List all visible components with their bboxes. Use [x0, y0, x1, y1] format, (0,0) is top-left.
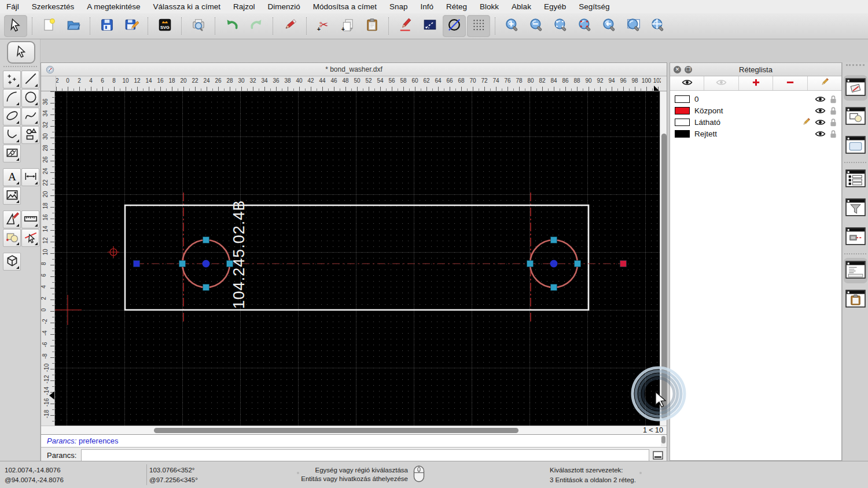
menu-item[interactable]: Infó — [414, 0, 440, 13]
polyline-tool-button[interactable] — [3, 126, 21, 144]
modify-tools-tool-button[interactable] — [3, 210, 21, 228]
vertical-scrollbar-thumb[interactable] — [661, 134, 667, 420]
cut-button[interactable]: +✂ — [312, 15, 335, 37]
open-file-button[interactable] — [62, 15, 85, 37]
points-tool-button[interactable] — [3, 71, 21, 88]
command-history-label: Parancs: — [47, 437, 76, 445]
menu-item[interactable]: Réteg — [440, 0, 473, 13]
menu-item[interactable]: Ablak — [505, 0, 538, 13]
layer-row[interactable]: Rejtett — [670, 128, 841, 139]
menu-item[interactable]: Fájl — [0, 0, 25, 13]
layer-list-dock-button[interactable] — [844, 75, 867, 101]
block-list-dock-button[interactable] — [844, 104, 867, 130]
entity-list-dock-button[interactable] — [844, 167, 867, 192]
menu-item[interactable]: A megtekintése — [80, 0, 146, 13]
command-widget-dock-button[interactable] — [844, 258, 867, 283]
print-preview-button[interactable] — [187, 15, 210, 37]
select-arrow-tool-button[interactable] — [7, 41, 35, 64]
inspector-dock-button[interactable] — [844, 224, 867, 250]
ellipse-tool-button[interactable] — [3, 108, 21, 125]
layer-lock-icon[interactable] — [830, 106, 837, 115]
command-history-scrollbar[interactable] — [661, 435, 666, 446]
copy-button[interactable]: + — [336, 15, 359, 37]
menu-item[interactable]: Módosítsa a címet — [307, 0, 383, 13]
float-panel-icon[interactable]: ❐ — [685, 66, 692, 73]
layer-color-swatch[interactable] — [675, 95, 690, 103]
export-svg-button[interactable]: SVG — [153, 15, 176, 37]
layer-visibility-eye-icon[interactable] — [815, 119, 826, 126]
add-layer-button[interactable] — [739, 76, 773, 90]
show-all-layers-button[interactable] — [670, 76, 704, 90]
menu-item[interactable]: Egyéb — [538, 0, 572, 13]
layer-visibility-eye-icon[interactable] — [815, 107, 826, 114]
command-input[interactable] — [81, 449, 649, 461]
save-button[interactable] — [95, 15, 119, 37]
new-document-button[interactable] — [38, 15, 61, 37]
arc-tool-button[interactable] — [3, 89, 21, 107]
spline-tool-button[interactable] — [21, 108, 39, 125]
image-tool-button[interactable] — [3, 187, 21, 205]
keyboard-toggle-icon[interactable] — [653, 451, 663, 460]
redo-button[interactable] — [245, 15, 268, 37]
hide-all-layers-button[interactable] — [704, 76, 738, 90]
zoom-out-button[interactable] — [525, 15, 548, 37]
block-tools-tool-button[interactable] — [3, 229, 21, 247]
polygon-tools-tool-button[interactable] — [21, 126, 39, 144]
text-tool-button[interactable]: A — [3, 168, 21, 186]
menu-item[interactable]: Szerkesztés — [25, 0, 81, 13]
drawing-canvas[interactable]: 104.245.02.4B — [55, 91, 660, 426]
command-history-scrollbar-thumb[interactable] — [661, 436, 665, 443]
layer-row[interactable]: 0 — [670, 93, 841, 105]
snap-grid-button[interactable] — [467, 15, 490, 37]
menu-item[interactable]: Blokk — [473, 0, 505, 13]
select-window-button[interactable] — [418, 15, 442, 37]
circle-two-points-button[interactable] — [443, 15, 466, 37]
layer-filter-dock-button[interactable] — [844, 195, 867, 221]
layer-lock-icon[interactable] — [830, 130, 837, 138]
menu-item[interactable]: Válassza ki a címet — [147, 0, 227, 13]
layer-lock-icon[interactable] — [830, 118, 837, 127]
layer-color-swatch[interactable] — [675, 119, 690, 126]
zoom-auto-button[interactable] — [549, 15, 572, 37]
layer-color-swatch[interactable] — [675, 130, 690, 138]
horizontal-scrollbar[interactable]: 1 < 10 — [41, 426, 667, 434]
hatch-tool-button[interactable] — [3, 145, 21, 162]
zoom-pan-button[interactable] — [646, 15, 670, 37]
horizontal-scrollbar-thumb[interactable] — [154, 428, 518, 433]
layer-row[interactable]: Központ — [670, 105, 841, 116]
page-indicator: 1 < 10 — [643, 426, 663, 434]
undo-button[interactable] — [220, 15, 244, 37]
edit-attributes-button[interactable] — [394, 15, 417, 37]
solid-tools-tool-button[interactable] — [3, 253, 21, 271]
layer-visibility-eye-icon[interactable] — [815, 95, 826, 103]
close-panel-icon[interactable]: ✕ — [674, 66, 681, 73]
edit-layer-button[interactable] — [808, 76, 841, 90]
clipboard-dock-button[interactable] — [844, 287, 867, 312]
drawing-window-titlebar[interactable]: * bond_washer.dxf — [41, 63, 667, 76]
measure-tool-button[interactable] — [21, 210, 39, 228]
vertical-scrollbar[interactable] — [660, 91, 667, 426]
delete-entities-button[interactable] — [278, 15, 301, 37]
select-pointer-button[interactable] — [4, 15, 27, 37]
layer-color-swatch[interactable] — [675, 107, 690, 114]
paste-button[interactable] — [361, 15, 384, 37]
layer-lock-icon[interactable] — [830, 95, 837, 103]
dimension-tool-button[interactable] — [21, 168, 39, 186]
line-tool-button[interactable] — [21, 71, 39, 88]
zoom-previous-button[interactable] — [598, 15, 621, 37]
layer-row[interactable]: Látható — [670, 116, 841, 128]
zoom-window-button[interactable] — [622, 15, 645, 37]
edit-layer-icon — [820, 77, 829, 89]
deselect-tool-button[interactable] — [21, 229, 39, 247]
zoom-in-button[interactable] — [501, 15, 524, 37]
save-as-button[interactable] — [120, 15, 143, 37]
zoom-current-drawing-button[interactable] — [573, 15, 597, 37]
menu-item[interactable]: Rajzol — [227, 0, 262, 13]
circle-tool-button[interactable] — [21, 89, 39, 107]
library-browser-dock-button[interactable] — [844, 133, 867, 158]
layer-visibility-eye-icon[interactable] — [815, 130, 826, 138]
menu-item[interactable]: Snap — [383, 0, 414, 13]
menu-item[interactable]: Segítség — [572, 0, 616, 13]
remove-layer-button[interactable] — [773, 76, 807, 90]
menu-item[interactable]: Dimenzió — [261, 0, 306, 13]
